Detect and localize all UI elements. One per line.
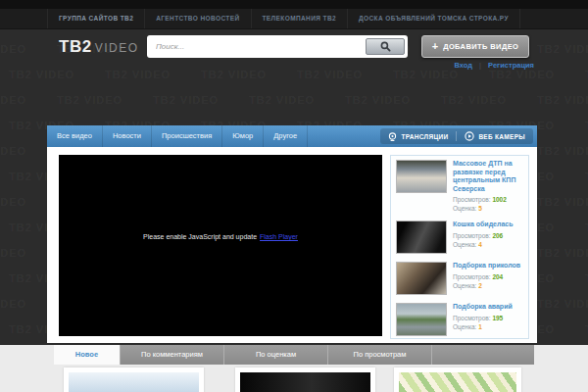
rating-value: 1 (478, 323, 482, 330)
flash-player-link[interactable]: Flash Player (260, 233, 298, 240)
rating-label: Оценка: (453, 323, 476, 330)
video-views-row: Просмотров: 206 (453, 231, 523, 240)
tabs-filler (431, 345, 534, 365)
video-info: Массовое ДТП на развязке перед центральн… (453, 160, 523, 213)
player-message: Please enable JavaScript and updateFlash… (143, 233, 298, 240)
broadcasts-label: ТРАНСЛЯЦИИ (401, 133, 448, 140)
video-card-thumbnail (69, 372, 199, 392)
video-rating-row: Оценка: 1 (453, 322, 523, 331)
add-video-button[interactable]: + ДОБАВИТЬ ВИДЕО (421, 35, 529, 58)
sort-tabs: Новое По комментариям По оценкам По прос… (54, 345, 534, 365)
video-card-thumbnail (399, 372, 516, 392)
video-rating-row: Оценка: 4 (453, 240, 523, 249)
webcams-button[interactable]: ВЕБ КАМЕРЫ (457, 128, 533, 144)
search-icon (380, 41, 391, 52)
play-circle-icon (465, 131, 474, 141)
views-count: 206 (492, 232, 503, 239)
topmenu-item-tv-company[interactable]: ТЕЛЕКОМПАНИЯ ТВ2 (252, 9, 349, 28)
views-label: Просмотров: (453, 196, 491, 203)
video-thumbnail-pranks (396, 262, 447, 295)
login-link[interactable]: Вход (454, 61, 472, 70)
popular-videos-sidebar: Массовое ДТП на развязке перед центральн… (390, 155, 529, 339)
register-link[interactable]: Регистрация (488, 61, 534, 70)
top-sites-menu: ГРУППА САЙТОВ ТВ2 АГЕНТСТВО НОВОСТЕЙ ТЕЛ… (0, 9, 588, 29)
video-info: Подборка приколов Просмотров: 204 Оценка… (453, 262, 523, 295)
add-video-label: ДОБАВИТЬ ВИДЕО (443, 42, 518, 51)
plus-icon: + (432, 41, 438, 52)
video-card[interactable] (394, 368, 521, 392)
sidebar-video-item[interactable]: Кошка обиделась Просмотров: 206 Оценка: … (391, 217, 528, 258)
auth-links: Вход | Регистрация (454, 61, 534, 70)
category-nav: Все видео Новости Происшествия Юмор Друг… (47, 125, 537, 147)
webcams-label: ВЕБ КАМЕРЫ (478, 133, 525, 140)
video-thumbnail-road (396, 303, 447, 336)
video-title[interactable]: Массовое ДТП на развязке перед центральн… (453, 160, 523, 193)
rating-value: 4 (478, 241, 482, 248)
search-button[interactable] (366, 38, 405, 55)
main-container: Все видео Новости Происшествия Юмор Друг… (47, 125, 537, 343)
tab-new[interactable]: Новое (54, 345, 120, 365)
rating-label: Оценка: (453, 205, 476, 212)
video-thumbnail-crash (396, 160, 447, 193)
views-label: Просмотров: (453, 273, 491, 280)
views-label: Просмотров: (453, 232, 491, 239)
broadcast-camera-icon (388, 132, 397, 141)
category-tab-news[interactable]: Новости (103, 125, 152, 147)
video-thumbnail-cat (396, 220, 447, 254)
views-label: Просмотров: (453, 315, 491, 321)
video-title[interactable]: Кошка обиделась (453, 220, 523, 229)
video-rating-row: Оценка: 5 (453, 204, 523, 213)
video-views-row: Просмотров: 195 (453, 314, 523, 322)
top-strip (0, 0, 588, 9)
video-info: Кошка обиделась Просмотров: 206 Оценка: … (453, 220, 523, 254)
video-card-thumbnail (240, 372, 370, 392)
logo-primary: ТВ2 (59, 37, 92, 56)
video-views-row: Просмотров: 1002 (453, 195, 523, 204)
video-card[interactable] (235, 368, 375, 392)
search-bar (147, 35, 408, 58)
player-message-text: Please enable JavaScript and update (143, 233, 257, 240)
tab-by-ratings[interactable]: По оценкам (223, 345, 327, 365)
tab-by-comments[interactable]: По комментариям (120, 345, 223, 365)
category-tab-humor[interactable]: Юмор (222, 125, 264, 147)
video-info: Подборка аварий Просмотров: 195 Оценка: … (453, 303, 523, 336)
video-rating-row: Оценка: 2 (453, 281, 523, 290)
tab-by-views[interactable]: По просмотрам (327, 345, 431, 365)
video-title[interactable]: Подборка приколов (453, 262, 523, 270)
category-tab-all-videos[interactable]: Все видео (47, 125, 103, 147)
site-logo[interactable]: ТВ2VIDEO (59, 37, 138, 57)
sidebar-video-item[interactable]: Массовое ДТП на развязке перед центральн… (391, 156, 528, 217)
rating-value: 2 (478, 282, 482, 289)
topmenu-item-news-agency[interactable]: АГЕНТСТВО НОВОСТЕЙ (145, 9, 251, 28)
category-tab-other[interactable]: Другое (264, 125, 308, 147)
views-count: 195 (492, 315, 503, 321)
category-tab-incidents[interactable]: Происшествия (152, 125, 222, 147)
video-card[interactable] (64, 368, 204, 392)
auth-divider: | (479, 61, 481, 70)
video-player[interactable]: Please enable JavaScript and updateFlash… (59, 155, 382, 336)
sidebar-video-item[interactable]: Подборка приколов Просмотров: 204 Оценка… (391, 258, 528, 299)
broadcasts-button[interactable]: ТРАНСЛЯЦИИ (380, 128, 456, 144)
rating-value: 5 (478, 205, 482, 212)
topmenu-item-classifieds[interactable]: ДОСКА ОБЪЯВЛЕНИЙ ТОМСКА СТРОКА.РУ (348, 9, 520, 28)
video-views-row: Просмотров: 204 (453, 272, 523, 281)
views-count: 1002 (492, 196, 506, 203)
rating-label: Оценка: (453, 241, 476, 248)
nav-right-buttons: ТРАНСЛЯЦИИ ВЕБ КАМЕРЫ (380, 128, 533, 144)
video-title[interactable]: Подборка аварий (453, 303, 523, 312)
sidebar-video-item[interactable]: Подборка аварий Просмотров: 195 Оценка: … (391, 299, 528, 339)
rating-label: Оценка: (453, 282, 476, 289)
topmenu-item-tv2-group[interactable]: ГРУППА САЙТОВ ТВ2 (47, 9, 145, 28)
logo-secondary: VIDEO (95, 41, 139, 55)
views-count: 204 (492, 273, 503, 280)
